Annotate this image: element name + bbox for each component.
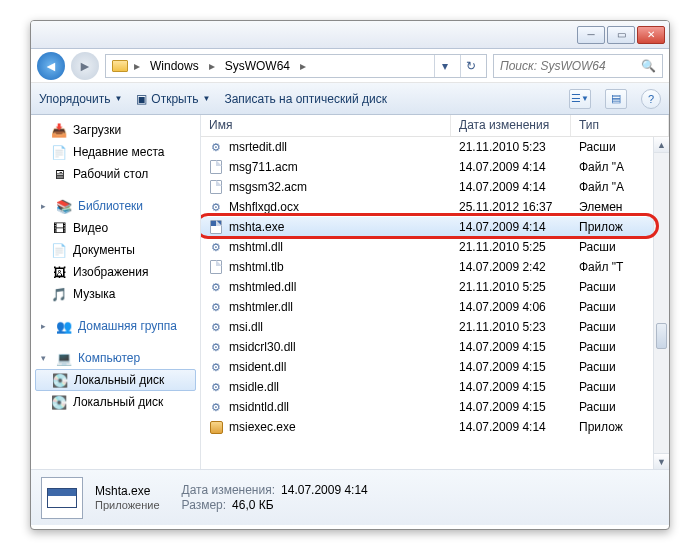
burn-label: Записать на оптический диск <box>224 92 387 106</box>
search-box[interactable]: 🔍 <box>493 54 663 78</box>
column-headers: Имя Дата изменения Тип <box>201 115 669 137</box>
organize-button[interactable]: Упорядочить ▼ <box>39 92 122 106</box>
nav-downloads[interactable]: 📥Загрузки <box>31 119 200 141</box>
desktop-icon: 🖥 <box>51 166 67 182</box>
chevron-right-icon: ▸ <box>300 59 306 73</box>
burn-button[interactable]: Записать на оптический диск <box>224 92 387 106</box>
search-icon: 🔍 <box>641 59 656 73</box>
details-pane: Mshta.exe Приложение Дата изменения:14.0… <box>31 469 669 525</box>
nav-video[interactable]: 🎞Видео <box>31 217 200 239</box>
explorer-window: ─ ▭ ✕ ◄ ► ▸ Windows ▸ SysWOW64 ▸ ▾ ↻ 🔍 У… <box>30 20 670 530</box>
file-row[interactable]: msidntld.dll14.07.2009 4:15Расши <box>201 397 669 417</box>
column-type[interactable]: Тип <box>571 115 669 136</box>
file-row[interactable]: mshtml.tlb14.07.2009 2:42Файл "T <box>201 257 669 277</box>
file-name: msi.dll <box>229 320 263 334</box>
file-row[interactable]: mshtmled.dll21.11.2010 5:25Расши <box>201 277 669 297</box>
breadcrumb-windows[interactable]: Windows <box>146 59 203 73</box>
nav-homegroup[interactable]: ▸👥Домашняя группа <box>31 315 200 337</box>
video-icon: 🎞 <box>51 220 67 236</box>
dll-icon <box>209 300 223 314</box>
file-icon <box>209 180 223 194</box>
file-row[interactable]: mshtml.dll21.11.2010 5:25Расши <box>201 237 669 257</box>
file-date: 14.07.2009 4:15 <box>451 340 571 354</box>
file-date: 14.07.2009 4:15 <box>451 400 571 414</box>
nav-pictures[interactable]: 🖼Изображения <box>31 261 200 283</box>
file-date: 21.11.2010 5:23 <box>451 140 571 154</box>
details-filename: Mshta.exe <box>95 484 160 498</box>
file-row[interactable]: msident.dll14.07.2009 4:15Расши <box>201 357 669 377</box>
file-date: 14.07.2009 2:42 <box>451 260 571 274</box>
file-date: 14.07.2009 4:14 <box>451 180 571 194</box>
downloads-icon: 📥 <box>51 122 67 138</box>
file-row[interactable]: msidle.dll14.07.2009 4:15Расши <box>201 377 669 397</box>
drive-icon: 💽 <box>52 372 68 388</box>
expand-icon: ▸ <box>41 321 50 331</box>
details-size-value: 46,0 КБ <box>232 498 274 512</box>
nav-documents[interactable]: 📄Документы <box>31 239 200 261</box>
file-name: msiexec.exe <box>229 420 296 434</box>
nav-forward-button[interactable]: ► <box>71 52 99 80</box>
open-button[interactable]: ▣ Открыть ▼ <box>136 92 210 106</box>
dll-icon <box>209 340 223 354</box>
nav-libraries[interactable]: ▸📚Библиотеки <box>31 195 200 217</box>
file-row[interactable]: msgsm32.acm14.07.2009 4:14Файл "A <box>201 177 669 197</box>
body: 📥Загрузки 📄Недавние места 🖥Рабочий стол … <box>31 115 669 469</box>
chevron-down-icon: ▼ <box>114 94 122 103</box>
folder-icon <box>112 60 128 72</box>
file-icon <box>209 260 223 274</box>
refresh-button[interactable]: ↻ <box>460 55 480 77</box>
help-button[interactable]: ? <box>641 89 661 109</box>
search-input[interactable] <box>500 59 635 73</box>
scroll-down-button[interactable]: ▼ <box>654 453 669 469</box>
file-date: 14.07.2009 4:14 <box>451 220 571 234</box>
file-thumbnail <box>41 477 83 519</box>
pictures-icon: 🖼 <box>51 264 67 280</box>
vertical-scrollbar[interactable]: ▲ ▼ <box>653 137 669 469</box>
file-name: Mshflxgd.ocx <box>229 200 299 214</box>
file-row[interactable]: msg711.acm14.07.2009 4:14Файл "A <box>201 157 669 177</box>
nav-local-disk[interactable]: 💽Локальный диск <box>35 369 196 391</box>
file-date: 14.07.2009 4:15 <box>451 360 571 374</box>
file-name: msgsm32.acm <box>229 180 307 194</box>
breadcrumb-syswow64[interactable]: SysWOW64 <box>221 59 294 73</box>
close-button[interactable]: ✕ <box>637 26 665 44</box>
file-row[interactable]: mshtmler.dll14.07.2009 4:06Расши <box>201 297 669 317</box>
column-date[interactable]: Дата изменения <box>451 115 571 136</box>
preview-pane-button[interactable]: ▤ <box>605 89 627 109</box>
file-row[interactable]: mshta.exe14.07.2009 4:14Прилож <box>201 217 669 237</box>
file-date: 25.11.2012 16:37 <box>451 200 571 214</box>
file-row[interactable]: msidcrl30.dll14.07.2009 4:15Расши <box>201 337 669 357</box>
address-bar[interactable]: ▸ Windows ▸ SysWOW64 ▸ ▾ ↻ <box>105 54 487 78</box>
recent-icon: 📄 <box>51 144 67 160</box>
scroll-up-button[interactable]: ▲ <box>654 137 669 153</box>
file-date: 14.07.2009 4:06 <box>451 300 571 314</box>
nav-computer[interactable]: ▾💻Компьютер <box>31 347 200 369</box>
file-name: msidntld.dll <box>229 400 289 414</box>
maximize-button[interactable]: ▭ <box>607 26 635 44</box>
file-list: Имя Дата изменения Тип msrtedit.dll21.11… <box>201 115 669 469</box>
file-row[interactable]: msrtedit.dll21.11.2010 5:23Расши <box>201 137 669 157</box>
file-name: msidle.dll <box>229 380 279 394</box>
details-size-label: Размер: <box>182 498 227 512</box>
file-row[interactable]: msi.dll21.11.2010 5:23Расши <box>201 317 669 337</box>
nav-desktop[interactable]: 🖥Рабочий стол <box>31 163 200 185</box>
view-mode-button[interactable]: ☰ ▼ <box>569 89 591 109</box>
scroll-thumb[interactable] <box>656 323 667 349</box>
minimize-button[interactable]: ─ <box>577 26 605 44</box>
file-row[interactable]: Mshflxgd.ocx25.11.2012 16:37Элемен <box>201 197 669 217</box>
address-dropdown-button[interactable]: ▾ <box>434 55 454 77</box>
collapse-icon: ▾ <box>41 353 50 363</box>
column-name[interactable]: Имя <box>201 115 451 136</box>
file-date: 21.11.2010 5:25 <box>451 240 571 254</box>
nav-back-button[interactable]: ◄ <box>37 52 65 80</box>
nav-recent[interactable]: 📄Недавние места <box>31 141 200 163</box>
scroll-track[interactable] <box>654 153 669 453</box>
dll-icon <box>209 360 223 374</box>
file-name: msrtedit.dll <box>229 140 287 154</box>
navigation-bar: ◄ ► ▸ Windows ▸ SysWOW64 ▸ ▾ ↻ 🔍 <box>31 49 669 83</box>
nav-music[interactable]: 🎵Музыка <box>31 283 200 305</box>
file-row[interactable]: msiexec.exe14.07.2009 4:14Прилож <box>201 417 669 437</box>
details-modified-label: Дата изменения: <box>182 483 276 497</box>
nav-local-disk-2[interactable]: 💽Локальный диск <box>31 391 200 413</box>
open-label: Открыть <box>151 92 198 106</box>
